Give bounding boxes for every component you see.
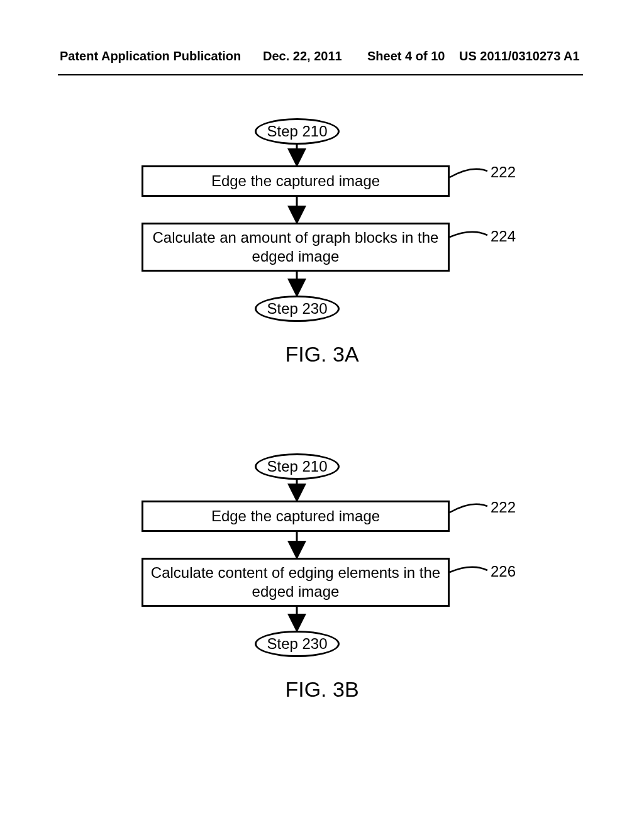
flowchart-fig-3a: Step 210 Edge the captured image Calcula… — [0, 114, 644, 429]
figure-label-3b: FIG. 3B — [0, 677, 644, 702]
flow-arrows-b — [0, 450, 644, 701]
figure-label-3a: FIG. 3A — [0, 342, 644, 367]
publication-date: Dec. 22, 2011 — [263, 49, 342, 64]
sheet-number: Sheet 4 of 10 — [367, 49, 445, 64]
flow-arrows-a — [0, 114, 644, 366]
flowchart-fig-3b: Step 210 Edge the captured image Calcula… — [0, 450, 644, 764]
header-divider — [58, 74, 583, 75]
page: Patent Application Publication Dec. 22, … — [0, 0, 644, 830]
publication-number: US 2011/0310273 A1 — [459, 49, 580, 64]
publication-type: Patent Application Publication — [60, 49, 241, 64]
